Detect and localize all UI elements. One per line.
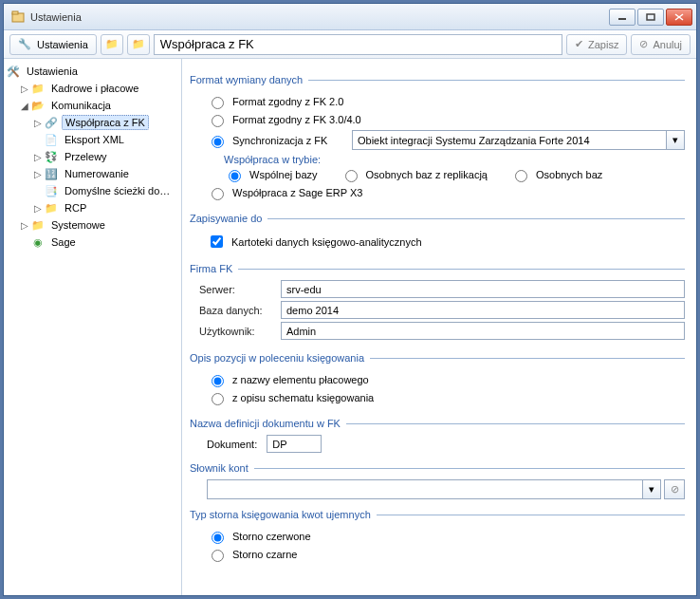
radio-opis-schemat[interactable] [212,393,224,405]
radio-sync-fk[interactable] [212,136,224,148]
legend-firma: Firma FK [190,263,238,274]
legend-zapis: Zapisywanie do [190,213,267,224]
chk-kartoteki[interactable] [211,235,223,248]
transfer-icon: 💱 [44,150,59,163]
input-baza[interactable] [281,301,685,319]
tree-kadrowe[interactable]: ▷Kadrowe i płacowe [19,80,179,97]
toolbar: 🔧 Ustawienia ✔ Zapisz ⊘ Anuluj [4,30,696,59]
chevron-down-icon: ▾ [649,483,654,496]
folder-open-icon [30,99,46,112]
label-kartoteki: Kartoteki danych księgowo-analitycznych [231,236,422,248]
xml-icon: 📄 [44,133,59,146]
maximize-button[interactable] [637,9,664,26]
tree-systemowe[interactable]: ▷Systemowe [19,216,179,234]
expander-icon: ▷ [32,169,44,179]
integration-select[interactable]: ▾ [352,130,685,150]
checkmark-icon: ✔ [575,38,583,50]
label-opis-schemat: z opisu schematu księgowania [232,392,374,403]
dropdown-button[interactable]: ▾ [666,130,685,150]
label-osobnych-baz: Osobnych baz [536,169,602,180]
close-button[interactable] [666,9,692,26]
tree-domyslne-sciezki[interactable]: 📑Domyślne ścieżki do… [32,182,179,199]
label-dokument: Dokument: [207,439,257,450]
tree-sage[interactable]: ◉Sage [19,234,179,251]
input-user[interactable] [281,322,685,340]
group-opis: Opis pozycji w poleceniu księgowania z n… [190,352,685,408]
tree-root[interactable]: 🛠️ Ustawienia [6,63,179,80]
folder-icon [44,201,59,215]
radio-osobnych-baz[interactable] [515,170,527,182]
group-zapis: Zapisywanie do Kartoteki danych księgowo… [190,213,685,253]
label-baza: Baza danych: [199,305,281,316]
title-field[interactable] [154,34,562,55]
group-firma: Firma FK Serwer: Baza danych: Użytkownik… [190,263,685,343]
group-format: Format wymiany danych Format zgodny z FK… [190,74,685,203]
expander-icon: ▷ [32,118,44,128]
folder-icon [30,218,46,232]
expander-icon: ▷ [32,203,44,214]
group-storno: Typ storna księgowania kwot ujemnych Sto… [190,509,685,565]
settings-window: Ustawienia 🔧 Ustawienia ✔ Zapisz ⊘ Anulu… [3,3,697,596]
tools-icon: 🛠️ [6,65,21,78]
folder-icon [132,38,145,50]
cancel-button[interactable]: ⊘ Anuluj [631,34,691,55]
legend-nazwa: Nazwa definicji dokumentu w FK [190,418,346,429]
input-dokument[interactable] [267,435,322,453]
svg-rect-3 [647,14,654,20]
radio-sage-erp[interactable] [212,188,224,200]
label-serwer: Serwer: [199,284,281,295]
chevron-down-icon: ▾ [672,134,678,146]
dropdown-button[interactable]: ▾ [642,479,661,499]
radio-fk20[interactable] [212,97,224,109]
cancel-icon: ⊘ [671,483,679,496]
label-storno-czerwone: Storno czerwone [232,531,311,542]
toolbar-label: 🔧 Ustawienia [9,34,97,55]
minimize-button[interactable] [609,9,636,26]
slownik-select[interactable]: ▾ [207,479,661,499]
legend-opis: Opis pozycji w poleceniu księgowania [190,352,370,364]
toolbar-btn-1[interactable] [101,34,123,55]
expander-icon: ▷ [19,84,30,94]
integration-select-value[interactable] [352,130,666,150]
folder-icon [105,38,119,50]
label-opis-nazwa: z nazwy elementu płacowego [232,374,369,385]
tree-eksport-xml[interactable]: 📄Eksport XML [32,131,179,148]
sub-title-mode: Współpraca w trybie: [224,154,685,165]
label-fk20: Format zgodny z FK 2.0 [232,96,343,107]
toolbar-btn-2[interactable] [127,34,150,55]
tree-rcp[interactable]: ▷RCP [32,199,179,216]
legend-storno: Typ storna księgowania kwot ujemnych [190,509,377,520]
radio-opis-nazwa[interactable] [212,375,224,387]
link-icon: 🔗 [44,116,59,129]
nav-tree: 🛠️ Ustawienia ▷Kadrowe i płacowe ◢Komuni… [6,63,179,251]
label-sage-erp: Współpraca z Sage ERP X3 [232,187,362,198]
radio-storno-czerwone[interactable] [212,532,224,544]
slownik-select-value[interactable] [207,479,642,499]
label-osobnych-repl: Osobnych baz z replikacją [366,169,488,180]
expander-icon: ▷ [19,220,30,231]
tree-komunikacja[interactable]: ◢Komunikacja [19,97,179,114]
radio-fk30[interactable] [212,115,224,127]
tree-przelewy[interactable]: ▷💱Przelewy [32,148,179,165]
radio-storno-czarne[interactable] [212,550,224,562]
window-title: Ustawienia [30,11,607,23]
label-fk30: Format zgodny z FK 3.0/4.0 [232,114,361,125]
titlebar: Ustawienia [4,4,696,30]
slownik-action-button[interactable]: ⊘ [664,479,685,499]
legend-format: Format wymiany danych [190,74,308,85]
expander-icon: ▷ [32,152,44,162]
tree-numerowanie[interactable]: ▷🔢Numerowanie [32,165,179,182]
input-serwer[interactable] [281,280,685,298]
expander-icon: ◢ [19,101,30,111]
sidebar: 🛠️ Ustawienia ▷Kadrowe i płacowe ◢Komuni… [4,59,182,595]
save-button[interactable]: ✔ Zapisz [566,34,627,55]
hammer-icon: 🔧 [18,38,31,50]
radio-wspolnej-bazy[interactable] [229,170,241,182]
content-panel: Format wymiany danych Format zgodny z FK… [182,59,696,595]
label-user: Użytkownik: [199,326,281,337]
group-slownik: Słownik kont ▾ ⊘ [190,462,685,499]
radio-osobnych-repl[interactable] [345,170,358,182]
folder-icon [30,82,46,95]
label-sync-fk: Synchronizacja z FK [232,135,346,146]
tree-wspolpraca-fk[interactable]: ▷🔗Współpraca z FK [32,114,179,131]
